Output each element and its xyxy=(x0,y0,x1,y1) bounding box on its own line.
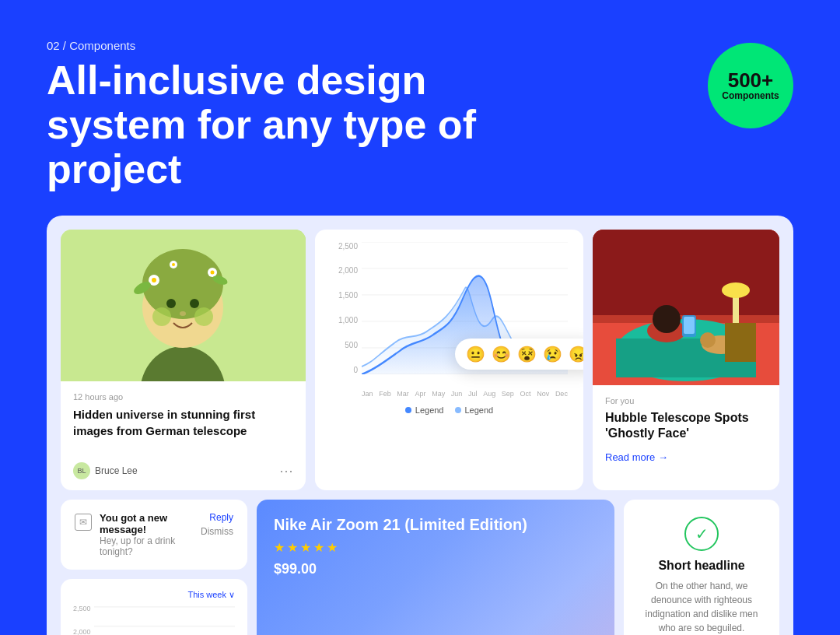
stars: ★ ★ ★ ★ ★ xyxy=(274,540,597,555)
star-5: ★ xyxy=(327,540,338,555)
read-more-link[interactable]: Read more → xyxy=(605,451,668,463)
chart-x-labels: Jan Feb Mar Apr May Jun Jul Aug Sep Oct … xyxy=(362,390,568,398)
svg-point-8 xyxy=(180,311,186,316)
scatter-y-2500: 2,500 xyxy=(73,605,91,612)
emoji-angry[interactable]: 😠 xyxy=(569,345,583,363)
message-card: ✉ You got a new message! Hey, up for a d… xyxy=(61,500,247,570)
scatter-card: This week ∨ 2,500 2,000 1,500 1,000 500 xyxy=(61,579,247,635)
x-sep: Sep xyxy=(502,390,514,398)
article-image xyxy=(61,230,306,381)
product-title: Nike Air Zoom 21 (Limited Edition) xyxy=(274,515,597,534)
author-info: BL Bruce Lee xyxy=(73,462,138,479)
check-icon: ✓ xyxy=(695,524,709,543)
message-actions: Reply Dismiss xyxy=(201,512,233,537)
scatter-y-labels: 2,500 2,000 1,500 1,000 500 xyxy=(73,605,94,635)
x-mar: Mar xyxy=(397,390,409,398)
product-price: $99.00 xyxy=(274,561,597,577)
cards-container: 12 hours ago Hidden universe in stunning… xyxy=(47,216,793,635)
svg-point-29 xyxy=(722,282,750,298)
author-name: Bruce Lee xyxy=(95,465,138,476)
subtitle: 02 / Components xyxy=(47,39,793,52)
y-label-500: 500 xyxy=(331,341,358,349)
dismiss-button[interactable]: Dismiss xyxy=(201,526,233,537)
article-timestamp: 12 hours ago xyxy=(73,392,293,402)
legend-1: Legend xyxy=(405,405,444,415)
y-label-2500: 2,500 xyxy=(331,242,358,251)
product-card: Nike Air Zoom 21 (Limited Edition) ★ ★ ★… xyxy=(257,500,614,635)
svg-point-10 xyxy=(152,278,156,282)
svg-rect-33 xyxy=(684,317,695,334)
svg-point-14 xyxy=(172,263,175,266)
top-row: 12 hours ago Hidden universe in stunning… xyxy=(61,230,779,490)
scatter-y-2000: 2,000 xyxy=(73,628,91,635)
svg-point-6 xyxy=(152,307,171,326)
svg-rect-36 xyxy=(725,323,756,362)
message-body: Hey, up for a drink tonight? xyxy=(100,535,193,557)
emoji-neutral[interactable]: 😐 xyxy=(466,345,485,363)
news-card: For you Hubble Telescope Spots 'Ghostly … xyxy=(593,230,779,490)
chart-legend: Legend Legend xyxy=(331,405,568,415)
shoe-svg: AIR xyxy=(350,631,521,635)
chart-y-labels: 2,500 2,000 1,500 1,000 500 0 xyxy=(331,242,358,374)
svg-point-5 xyxy=(190,299,199,308)
news-body: For you Hubble Telescope Spots 'Ghostly … xyxy=(593,385,779,475)
emoji-sad[interactable]: 😢 xyxy=(543,345,562,363)
message-row: ✉ You got a new message! Hey, up for a d… xyxy=(75,512,233,557)
legend-label-1: Legend xyxy=(415,405,444,415)
x-jan: Jan xyxy=(362,390,373,398)
this-week-button[interactable]: This week ∨ xyxy=(187,590,235,600)
news-image xyxy=(593,230,779,385)
shoe-area: AIR xyxy=(274,585,597,635)
badge-circle: 500+ Components xyxy=(708,43,793,128)
author-avatar: BL xyxy=(73,462,90,479)
y-label-1000: 1,000 xyxy=(331,316,358,325)
svg-point-12 xyxy=(211,270,215,274)
star-4: ★ xyxy=(313,540,324,555)
message-content: You got a new message! Hey, up for a dri… xyxy=(100,512,193,557)
bottom-row: ✉ You got a new message! Hey, up for a d… xyxy=(61,500,779,635)
reply-button[interactable]: Reply xyxy=(209,512,233,523)
chart-card: 2,500 2,000 1,500 1,000 500 0 xyxy=(315,230,583,490)
x-feb: Feb xyxy=(379,390,391,398)
svg-point-35 xyxy=(700,332,716,348)
scatter-content: 2,500 2,000 1,500 1,000 500 xyxy=(73,605,235,635)
header-section: 02 / Components All-inclusive design sys… xyxy=(47,39,793,192)
news-title: Hubble Telescope Spots 'Ghostly Face' xyxy=(605,410,767,443)
for-you-label: For you xyxy=(605,396,767,405)
x-aug: Aug xyxy=(483,390,495,398)
message-title: You got a new message! xyxy=(100,512,193,535)
badge-label: Components xyxy=(722,90,779,101)
cta-title: Short headline xyxy=(658,559,744,573)
article-footer: BL Bruce Lee ⋯ xyxy=(61,462,306,490)
x-oct: Oct xyxy=(520,390,531,398)
emoji-happy[interactable]: 😊 xyxy=(492,345,511,363)
y-label-2000: 2,000 xyxy=(331,266,358,275)
article-card: 12 hours ago Hidden universe in stunning… xyxy=(61,230,306,490)
svg-point-4 xyxy=(166,299,176,308)
scatter-svg xyxy=(94,605,235,635)
article-title: Hidden universe in stunning first images… xyxy=(73,406,293,439)
x-jun: Jun xyxy=(451,390,463,398)
x-dec: Dec xyxy=(555,390,568,398)
x-jul: Jul xyxy=(468,390,478,398)
legend-label-2: Legend xyxy=(465,405,494,415)
star-2: ★ xyxy=(287,540,298,555)
x-nov: Nov xyxy=(537,390,549,398)
emoji-bar[interactable]: 😐 😊 😵 😢 😠 xyxy=(455,339,583,370)
more-button[interactable]: ⋯ xyxy=(279,462,293,479)
svg-point-7 xyxy=(194,307,213,326)
star-1: ★ xyxy=(274,540,285,555)
legend-dot-2 xyxy=(455,407,461,413)
main-title: All-inclusive design system for any type… xyxy=(47,58,576,192)
cta-card: ✓ Short headline On the other hand, we d… xyxy=(624,500,779,635)
message-icon: ✉ xyxy=(75,514,92,531)
star-3: ★ xyxy=(300,540,311,555)
chart-area: 2,500 2,000 1,500 1,000 500 0 xyxy=(331,242,568,398)
cta-body: On the other hand, we denounce with righ… xyxy=(638,579,765,635)
article-body: 12 hours ago Hidden universe in stunning… xyxy=(61,381,306,462)
svg-point-31 xyxy=(653,305,681,333)
legend-2: Legend xyxy=(455,405,494,415)
x-may: May xyxy=(432,390,445,398)
emoji-dizzy[interactable]: 😵 xyxy=(517,345,537,363)
legend-dot-1 xyxy=(405,407,411,413)
